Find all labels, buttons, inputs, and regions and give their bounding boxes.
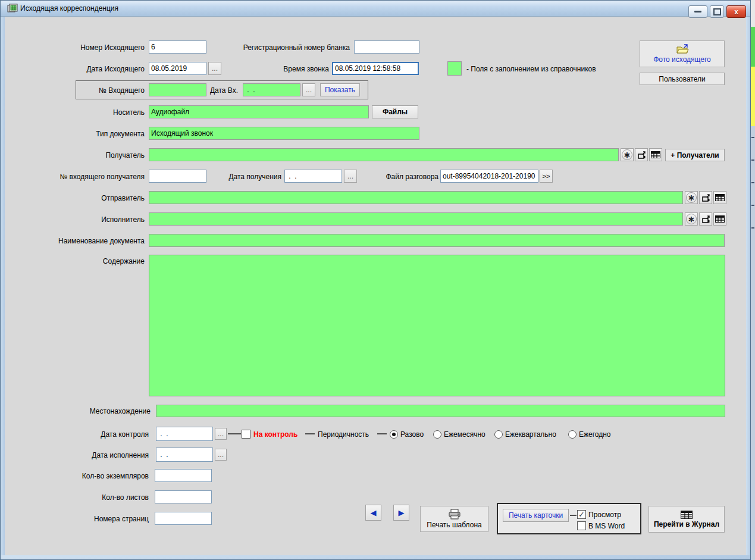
periodicity-radio-monthly[interactable] bbox=[433, 430, 441, 439]
outgoing-number-label: Номер Исходящего bbox=[26, 43, 145, 52]
execution-date-input[interactable] bbox=[156, 448, 213, 462]
checkmark-icon: ✓ bbox=[578, 511, 585, 518]
minimize-icon bbox=[694, 11, 701, 12]
execution-date-picker-button[interactable]: ... bbox=[215, 449, 227, 461]
blank-reg-number-input[interactable] bbox=[354, 40, 419, 54]
title-bar: Исходящая корреспонденция bbox=[0, 0, 751, 17]
ms-word-checkbox[interactable] bbox=[577, 521, 586, 530]
recipient-table-button[interactable] bbox=[649, 148, 662, 161]
control-date-picker-button[interactable]: ... bbox=[215, 428, 227, 440]
executor-table-button[interactable] bbox=[713, 212, 726, 226]
close-button[interactable]: x bbox=[726, 5, 746, 18]
doc-name-label: Наименование документа bbox=[14, 237, 145, 245]
location-label: Местонахождение bbox=[32, 407, 151, 415]
add-recipients-button[interactable]: + Получатели bbox=[665, 149, 725, 161]
go-to-journal-button[interactable]: Перейти в Журнал bbox=[649, 506, 725, 533]
ms-word-checkbox-label: В MS Word bbox=[588, 522, 625, 530]
connector-line bbox=[377, 433, 387, 434]
receive-date-picker-button[interactable]: ... bbox=[344, 170, 357, 183]
incoming-date-input[interactable] bbox=[243, 83, 300, 96]
sender-input[interactable] bbox=[149, 191, 683, 204]
outgoing-number-input[interactable] bbox=[149, 40, 206, 54]
journal-grid-icon bbox=[681, 511, 693, 519]
executor-wildcard-search-button[interactable]: ∗ bbox=[685, 212, 698, 226]
reference-lookup-icon bbox=[701, 193, 710, 202]
sender-directory-button[interactable] bbox=[699, 191, 712, 204]
call-file-input[interactable] bbox=[440, 170, 538, 183]
call-file-more-button[interactable]: >> bbox=[540, 170, 553, 183]
show-incoming-button[interactable]: Показать bbox=[320, 83, 360, 96]
call-file-label: Файл разговора bbox=[379, 173, 438, 181]
doc-name-input[interactable] bbox=[149, 234, 725, 247]
asterisk-icon: ∗ bbox=[622, 149, 632, 160]
preview-checkbox[interactable]: ✓ bbox=[577, 510, 586, 519]
sender-table-button[interactable] bbox=[713, 191, 726, 204]
close-icon: x bbox=[734, 8, 738, 16]
minimize-button[interactable] bbox=[688, 5, 707, 18]
connector-line bbox=[228, 433, 241, 434]
sheets-count-input[interactable] bbox=[155, 490, 212, 503]
blank-reg-number-label: Регистрационный номер бланка bbox=[231, 43, 350, 52]
window-border-right bbox=[746, 17, 751, 560]
print-card-button[interactable]: Печать карточки bbox=[503, 509, 569, 522]
outgoing-date-input[interactable] bbox=[149, 62, 206, 75]
window-icon bbox=[7, 4, 18, 13]
incoming-date-picker-button[interactable]: ... bbox=[302, 83, 315, 96]
print-template-button[interactable]: Печать шаблона bbox=[420, 506, 488, 532]
executor-directory-button[interactable] bbox=[699, 212, 712, 226]
recipient-wildcard-search-button[interactable]: ∗ bbox=[621, 148, 634, 161]
arrow-left-icon: ◀ bbox=[371, 508, 377, 517]
page-numbers-input[interactable] bbox=[155, 512, 212, 525]
copies-count-input[interactable] bbox=[155, 469, 212, 482]
location-input[interactable] bbox=[156, 405, 725, 417]
carrier-input[interactable] bbox=[149, 105, 369, 118]
outgoing-photo-button[interactable]: Фото исходящего bbox=[640, 40, 725, 67]
control-date-input[interactable] bbox=[156, 427, 213, 441]
control-date-label: Дата контроля bbox=[32, 430, 149, 439]
recipient-incoming-number-input[interactable] bbox=[149, 170, 206, 183]
on-control-checkbox[interactable] bbox=[242, 430, 250, 439]
window-title: Исходящая корреспонденция bbox=[20, 4, 118, 12]
outgoing-date-picker-button[interactable]: ... bbox=[208, 62, 221, 75]
asterisk-icon: ∗ bbox=[686, 192, 697, 203]
periodicity-once-label: Разово bbox=[400, 430, 424, 439]
users-button[interactable]: Пользователи bbox=[640, 73, 725, 85]
executor-label: Исполнитель bbox=[26, 215, 145, 224]
sender-wildcard-search-button[interactable]: ∗ bbox=[685, 191, 698, 204]
content-textarea[interactable] bbox=[149, 255, 725, 396]
connector-line bbox=[570, 515, 577, 516]
call-time-input[interactable] bbox=[332, 62, 419, 75]
background-tick bbox=[751, 159, 754, 161]
on-control-label: На контроль bbox=[253, 430, 297, 439]
background-window-strip-gray bbox=[751, 126, 755, 560]
recipient-directory-button[interactable] bbox=[635, 148, 648, 161]
files-button[interactable]: Файлы bbox=[372, 105, 418, 118]
reference-lookup-icon bbox=[637, 151, 646, 159]
go-to-journal-button-label: Перейти в Журнал bbox=[654, 520, 719, 528]
reference-lookup-icon bbox=[701, 215, 710, 224]
sheets-count-label: Кол-во листов bbox=[32, 493, 149, 502]
next-record-button[interactable]: ▶ bbox=[393, 505, 409, 521]
recipient-input[interactable] bbox=[149, 148, 619, 161]
copies-count-label: Кол-во экземпляров bbox=[32, 472, 149, 480]
previous-record-button[interactable]: ◀ bbox=[365, 505, 381, 521]
sender-label: Отправитель bbox=[26, 194, 145, 202]
executor-input[interactable] bbox=[149, 212, 683, 226]
periodicity-radio-yearly[interactable] bbox=[568, 430, 577, 439]
outgoing-date-label: Дата Исходящего bbox=[26, 65, 145, 73]
reference-field-legend-swatch bbox=[447, 61, 462, 76]
carrier-label: Носитель bbox=[26, 108, 145, 117]
background-window-strip bbox=[751, 0, 755, 27]
table-grid-icon bbox=[651, 151, 660, 158]
arrow-right-icon: ▶ bbox=[399, 508, 405, 517]
receive-date-input[interactable] bbox=[284, 170, 342, 183]
doc-type-input[interactable] bbox=[149, 127, 419, 140]
asterisk-icon: ∗ bbox=[686, 214, 697, 224]
periodicity-radio-quarterly[interactable] bbox=[494, 430, 503, 439]
maximize-button[interactable] bbox=[710, 5, 724, 18]
periodicity-radio-once[interactable] bbox=[390, 430, 398, 439]
window-border-left bbox=[0, 17, 5, 560]
table-grid-icon bbox=[715, 194, 725, 201]
incoming-number-input[interactable] bbox=[149, 83, 206, 96]
page-numbers-label: Номера страниц bbox=[32, 515, 149, 523]
